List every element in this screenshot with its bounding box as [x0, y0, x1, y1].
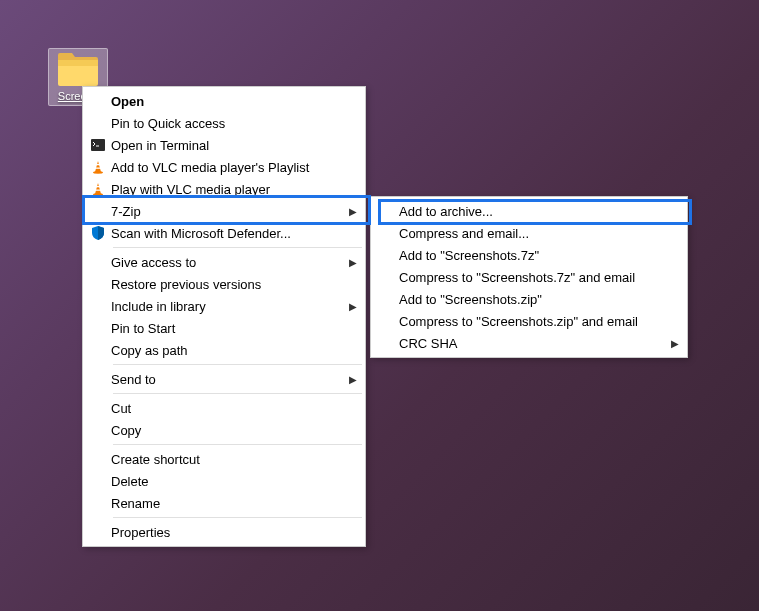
context-menu-7zip: Add to archive... Compress and email... … [370, 196, 688, 358]
submenu-crc-sha[interactable]: CRC SHA ▶ [373, 332, 685, 354]
menu-7zip[interactable]: 7-Zip ▶ [85, 200, 363, 222]
menu-give-access-to[interactable]: Give access to ▶ [85, 251, 363, 273]
vlc-cone-icon [85, 159, 111, 175]
menu-pin-quick-access[interactable]: Pin to Quick access [85, 112, 363, 134]
separator [113, 247, 362, 248]
menu-vlc-add-playlist[interactable]: Add to VLC media player's Playlist [85, 156, 363, 178]
menu-vlc-play[interactable]: Play with VLC media player [85, 178, 363, 200]
svg-point-4 [93, 171, 103, 173]
svg-rect-5 [96, 186, 101, 187]
menu-create-shortcut[interactable]: Create shortcut [85, 448, 363, 470]
submenu-arrow-icon: ▶ [343, 257, 357, 268]
submenu-compress-7z-email[interactable]: Compress to "Screenshots.7z" and email [373, 266, 685, 288]
submenu-add-to-zip[interactable]: Add to "Screenshots.zip" [373, 288, 685, 310]
submenu-arrow-icon: ▶ [665, 338, 679, 349]
separator [113, 364, 362, 365]
menu-delete[interactable]: Delete [85, 470, 363, 492]
menu-scan-defender[interactable]: Scan with Microsoft Defender... [85, 222, 363, 244]
submenu-add-to-7z[interactable]: Add to "Screenshots.7z" [373, 244, 685, 266]
menu-restore-previous[interactable]: Restore previous versions [85, 273, 363, 295]
separator [113, 444, 362, 445]
separator [113, 393, 362, 394]
menu-copy-as-path[interactable]: Copy as path [85, 339, 363, 361]
menu-rename[interactable]: Rename [85, 492, 363, 514]
context-menu-main: Open Pin to Quick access Open in Termina… [82, 86, 366, 547]
folder-icon [56, 52, 100, 88]
defender-shield-icon [85, 225, 111, 241]
submenu-arrow-icon: ▶ [343, 374, 357, 385]
menu-copy[interactable]: Copy [85, 419, 363, 441]
menu-cut[interactable]: Cut [85, 397, 363, 419]
submenu-add-to-archive[interactable]: Add to archive... [373, 200, 685, 222]
submenu-arrow-icon: ▶ [343, 206, 357, 217]
menu-pin-to-start[interactable]: Pin to Start [85, 317, 363, 339]
svg-rect-6 [95, 190, 101, 191]
menu-open-in-terminal[interactable]: Open in Terminal [85, 134, 363, 156]
menu-properties[interactable]: Properties [85, 521, 363, 543]
svg-rect-0 [91, 139, 105, 151]
menu-send-to[interactable]: Send to ▶ [85, 368, 363, 390]
terminal-icon [85, 137, 111, 153]
menu-open[interactable]: Open [85, 90, 363, 112]
submenu-compress-and-email[interactable]: Compress and email... [373, 222, 685, 244]
svg-rect-3 [95, 168, 101, 169]
submenu-arrow-icon: ▶ [343, 301, 357, 312]
menu-include-in-library[interactable]: Include in library ▶ [85, 295, 363, 317]
submenu-compress-zip-email[interactable]: Compress to "Screenshots.zip" and email [373, 310, 685, 332]
svg-rect-2 [96, 164, 101, 165]
separator [113, 517, 362, 518]
svg-point-7 [93, 193, 103, 195]
vlc-cone-icon [85, 181, 111, 197]
